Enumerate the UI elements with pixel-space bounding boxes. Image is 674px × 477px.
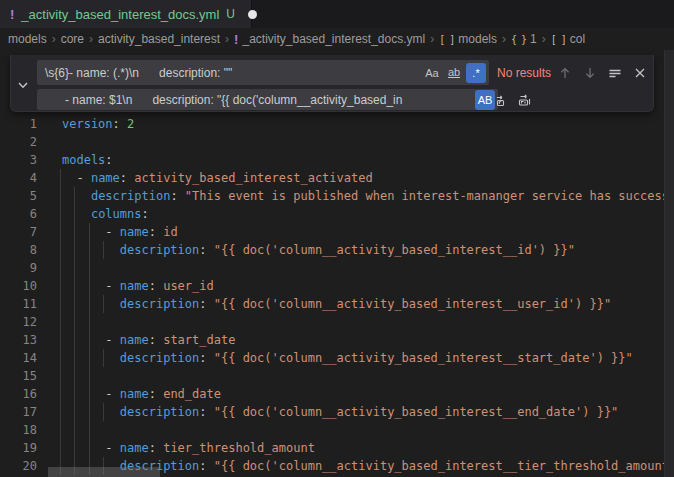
vscode-window: { "window": { "tab": { "file_icon": "!",…: [0, 0, 674, 477]
breadcrumb-item-models[interactable]: [ ]models: [439, 32, 497, 46]
line-number: 2: [0, 133, 37, 151]
code-line[interactable]: 11 description: "{{ doc('column__activit…: [0, 295, 665, 313]
indent-guide: [60, 187, 61, 205]
vertical-scrollbar[interactable]: [664, 50, 674, 477]
tab-activity-based-interest-docs[interactable]: ! _activity_based_interest_docs.yml U: [0, 0, 252, 28]
horizontal-scrollbar-thumb[interactable]: [48, 467, 160, 477]
indent-guide: [60, 205, 61, 223]
line-number: 4: [0, 169, 37, 187]
code-line[interactable]: 17 description: "{{ doc('column__activit…: [0, 403, 665, 421]
breadcrumb-separator: ›: [89, 32, 93, 46]
indent-guide: [60, 367, 61, 385]
code-line[interactable]: 10 - name: user_id: [0, 277, 665, 295]
previous-match-arrow-up-icon[interactable]: [557, 65, 573, 81]
indent-guide: [60, 295, 61, 313]
line-number: 14: [0, 349, 37, 367]
code-text: - name: start_date: [62, 331, 235, 349]
code-area[interactable]: 1version: 223models:4 - name: activity_b…: [0, 50, 665, 477]
line-number: 6: [0, 205, 37, 223]
replace-input[interactable]: - name: $1\n description: "{{ doc('colum…: [37, 89, 498, 110]
symbol-array-icon: [ ]: [551, 34, 566, 45]
replace-input-value: - name: $1\n description: "{{ doc('colum…: [45, 89, 402, 110]
tab-bar: ! _activity_based_interest_docs.yml U: [0, 0, 674, 28]
indent-guide: [60, 259, 61, 277]
line-number: 11: [0, 295, 37, 313]
code-text: - name: id: [62, 223, 178, 241]
breadcrumb-item-models[interactable]: models: [8, 32, 47, 46]
breadcrumb-item-1[interactable]: { }1: [511, 32, 537, 46]
line-number: 1: [0, 115, 37, 133]
breadcrumb-item-activity_based_interest[interactable]: activity_based_interest: [98, 32, 220, 46]
tab-title: _activity_based_interest_docs.yml: [21, 7, 219, 22]
code-text: models:: [62, 151, 113, 169]
indent-guide: [89, 421, 90, 439]
line-number: 3: [0, 151, 37, 169]
line-number: 9: [0, 259, 37, 277]
breadcrumb-label: 1: [530, 32, 537, 46]
match-case-toggle[interactable]: Aa: [422, 63, 442, 83]
indent-guide: [60, 223, 61, 241]
breadcrumb-label: core: [61, 32, 84, 46]
find-input[interactable]: \s{6}- name: (.*)\n description: "" Aa a…: [37, 60, 489, 85]
close-icon[interactable]: [632, 65, 648, 81]
line-number: 18: [0, 421, 37, 439]
indent-guide: [74, 367, 75, 385]
code-line[interactable]: 2: [0, 133, 665, 151]
code-line[interactable]: 13 - name: start_date: [0, 331, 665, 349]
indent-guide: [74, 421, 75, 439]
code-line[interactable]: 16 - name: end_date: [0, 385, 665, 403]
indent-guide: [60, 169, 61, 187]
indent-guide: [89, 367, 90, 385]
code-line[interactable]: 12: [0, 313, 665, 331]
indent-guide: [89, 259, 90, 277]
regex-toggle[interactable]: .*: [466, 63, 486, 83]
toggle-replace-chevron-down-icon[interactable]: [15, 77, 31, 93]
code-line[interactable]: 1version: 2: [0, 115, 665, 133]
line-number: 16: [0, 385, 37, 403]
indent-guide: [60, 421, 61, 439]
code-line[interactable]: 18: [0, 421, 665, 439]
breadcrumb: models›core›activity_based_interest›!_ac…: [0, 28, 674, 50]
breadcrumb-item-_activity_based_interest_docs.yml[interactable]: !_activity_based_interest_docs.yml: [234, 32, 425, 46]
replace-one-icon[interactable]: [493, 92, 509, 108]
modified-dot-icon[interactable]: [248, 10, 257, 19]
indent-guide: [60, 313, 61, 331]
code-line[interactable]: 19 - name: tier_threshold_amount: [0, 439, 665, 457]
code-line[interactable]: 5 description: "This event is published …: [0, 187, 665, 205]
breadcrumb-separator: ›: [52, 32, 56, 46]
code-line[interactable]: 9: [0, 259, 665, 277]
breadcrumb-label: models: [8, 32, 47, 46]
replace-action-buttons: [493, 89, 533, 110]
breadcrumb-separator: ›: [542, 32, 546, 46]
preserve-case-toggle[interactable]: AB: [475, 90, 495, 110]
code-line[interactable]: 15: [0, 367, 665, 385]
code-text: description: "This event is published wh…: [62, 187, 665, 205]
line-number: 15: [0, 367, 37, 385]
breadcrumb-separator: ›: [502, 32, 506, 46]
replace-all-icon[interactable]: [517, 92, 533, 108]
find-replace-widget: \s{6}- name: (.*)\n description: "" Aa a…: [10, 55, 654, 112]
symbol-array-icon: [ ]: [439, 34, 454, 45]
code-line[interactable]: 14 description: "{{ doc('column__activit…: [0, 349, 665, 367]
code-text: description: "{{ doc('column__activity_b…: [62, 349, 633, 367]
indent-guide: [60, 385, 61, 403]
find-nav-buttons: [557, 60, 648, 85]
code-text: - name: user_id: [62, 277, 214, 295]
breadcrumb-item-core[interactable]: core: [61, 32, 84, 46]
code-line[interactable]: 8 description: "{{ doc('column__activity…: [0, 241, 665, 259]
breadcrumb-label: col: [570, 32, 585, 46]
editor[interactable]: 1version: 223models:4 - name: activity_b…: [0, 50, 674, 477]
code-line[interactable]: 3models:: [0, 151, 665, 169]
code-line[interactable]: 4 - name: activity_based_interest_activa…: [0, 169, 665, 187]
whole-word-toggle[interactable]: ab: [444, 63, 464, 83]
next-match-arrow-down-icon[interactable]: [582, 65, 598, 81]
indent-guide: [60, 439, 61, 457]
code-line[interactable]: 6 columns:: [0, 205, 665, 223]
yaml-file-icon: !: [10, 8, 14, 21]
indent-guide: [60, 403, 61, 421]
code-text: - name: end_date: [62, 385, 221, 403]
indent-guide: [74, 313, 75, 331]
breadcrumb-item-col[interactable]: [ ]col: [551, 32, 585, 46]
code-line[interactable]: 7 - name: id: [0, 223, 665, 241]
find-in-selection-icon[interactable]: [607, 65, 623, 81]
